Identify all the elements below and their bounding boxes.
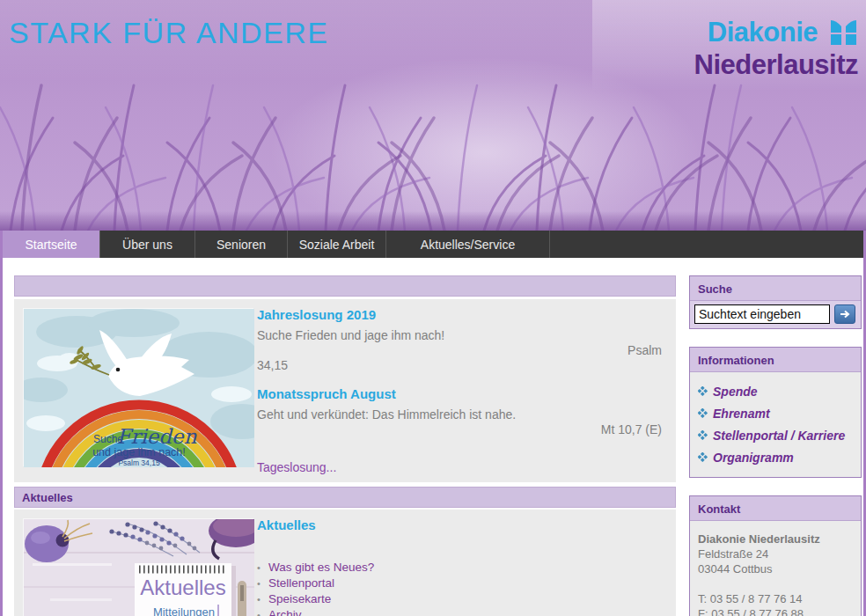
link-archiv[interactable]: Archiv bbox=[268, 607, 302, 616]
link-speisekarte[interactable]: Speisekarte bbox=[268, 591, 331, 606]
monatsspruch-ref: Mt 10,7 (E) bbox=[257, 422, 662, 437]
sidebar-link-label: Organigramm bbox=[713, 451, 794, 465]
main-column: Suche Frieden und jage ihm nach! Psalm 3… bbox=[14, 275, 676, 616]
site-tagline: STARK FÜR ANDERE bbox=[9, 16, 328, 50]
diamond-icon bbox=[698, 452, 713, 462]
aktuelles-section-title: Aktuelles bbox=[15, 491, 73, 504]
informationen-header: Informationen bbox=[690, 348, 861, 372]
main-navigation: Startseite Über uns Senioren Soziale Arb… bbox=[3, 231, 863, 258]
aktuelles-notepad-illustration: Aktuelles Mitteilungen Stellenportal bbox=[24, 519, 254, 616]
kontakt-street: Feldstraße 24 bbox=[698, 546, 853, 561]
nav-item-senioren[interactable]: Senioren bbox=[194, 231, 287, 258]
sidebar-item-organigramm[interactable]: Organigramm bbox=[698, 446, 853, 468]
brand-logo[interactable]: Diakonie Niederlausitz bbox=[694, 18, 858, 78]
monatsspruch-heading: Monatsspruch August bbox=[257, 387, 662, 401]
kontakt-body: Diakonie Niederlausitz Feldstraße 24 030… bbox=[690, 521, 861, 616]
diamond-icon bbox=[698, 408, 713, 418]
sidebar-link-label: Spende bbox=[713, 385, 758, 399]
nav-item-startseite[interactable]: Startseite bbox=[3, 231, 99, 258]
nav-item-ueber-uns[interactable]: Über uns bbox=[99, 231, 194, 258]
kronenkreuz-icon bbox=[829, 18, 858, 47]
kontakt-spacer bbox=[698, 576, 853, 591]
list-item: • Was gibt es Neues? bbox=[257, 560, 662, 576]
sidebar-link-label: Stellenportal / Karriere bbox=[713, 429, 845, 443]
sidebar-item-stellenportal-karriere[interactable]: Stellenportal / Karriere bbox=[698, 424, 853, 446]
aktuelles-section-bar: Aktuelles bbox=[14, 487, 676, 508]
sidebar: Suche Informationen bbox=[689, 275, 862, 616]
page: STARK FÜR ANDERE Diakonie Niederlausitz … bbox=[0, 0, 866, 616]
jahreslosung-verse: Suche Frieden und jage ihm nach! bbox=[257, 328, 662, 343]
dove-rainbow-illustration: Suche Frieden und jage ihm nach! Psalm 3… bbox=[24, 309, 254, 467]
kontakt-phone: T: 03 55 / 8 77 76 14 bbox=[698, 591, 853, 606]
image-word-frieden: Frieden bbox=[116, 425, 196, 448]
image-line-psalm: Psalm 34,15 bbox=[118, 458, 160, 467]
link-stellenportal[interactable]: Stellenportal bbox=[268, 576, 334, 590]
monatsspruch-verse: Geht und verkündet: Das Himmelreich ist … bbox=[257, 407, 662, 422]
losung-section-bar bbox=[14, 275, 676, 297]
aktuelles-heading: Aktuelles bbox=[257, 518, 662, 532]
aktuelles-text-column: Aktuelles • Was gibt es Neues? • Stellen… bbox=[257, 518, 667, 616]
informationen-title: Informationen bbox=[698, 354, 774, 367]
bullet-icon: • bbox=[257, 608, 268, 616]
logo-text-diakonie: Diakonie bbox=[708, 18, 818, 46]
kontakt-city: 03044 Cottbus bbox=[698, 561, 853, 576]
nav-item-soziale-arbeit[interactable]: Soziale Arbeit bbox=[287, 231, 385, 258]
aktuelles-image: Aktuelles Mitteilungen Stellenportal bbox=[23, 518, 253, 616]
tageslosung-link[interactable]: Tageslosung... bbox=[257, 460, 662, 475]
search-box-header: Suche bbox=[690, 276, 861, 301]
nav-item-aktuelles-service[interactable]: Aktuelles/Service bbox=[385, 231, 550, 258]
jahreslosung-ref-line2: 34,15 bbox=[257, 358, 662, 373]
informationen-box: Informationen Spende bbox=[689, 347, 862, 478]
logo-text-niederlausitz: Niederlausitz bbox=[694, 51, 858, 78]
kontakt-fax: F: 03 55 / 8 77 76 88 bbox=[698, 606, 853, 616]
search-row bbox=[690, 301, 861, 328]
list-item: • Archiv bbox=[257, 607, 662, 616]
search-submit-button[interactable] bbox=[834, 304, 855, 324]
pen bbox=[238, 581, 246, 616]
kontakt-header: Kontakt bbox=[690, 496, 861, 521]
losung-text-column: Jahreslosung 2019 Suche Frieden und jage… bbox=[257, 308, 667, 475]
informationen-body: Spende Ehrenamt bbox=[690, 372, 861, 477]
notepad-title: Aktuelles bbox=[140, 576, 225, 599]
sidebar-item-spende[interactable]: Spende bbox=[698, 380, 853, 402]
kontakt-name: Diakonie Niederlausitz bbox=[698, 532, 853, 546]
search-box: Suche bbox=[689, 275, 862, 329]
notepad: Aktuelles Mitteilungen Stellenportal bbox=[135, 563, 236, 616]
losung-box: Suche Frieden und jage ihm nach! Psalm 3… bbox=[14, 299, 676, 482]
list-item: • Stellenportal bbox=[257, 576, 662, 591]
sidebar-link-label: Ehrenamt bbox=[713, 407, 770, 421]
bullet-icon: • bbox=[257, 576, 268, 591]
search-input[interactable] bbox=[694, 304, 830, 324]
list-item: • Speisekarte bbox=[257, 591, 662, 607]
diamond-icon bbox=[698, 430, 713, 440]
aktuelles-box: Aktuelles Mitteilungen Stellenportal Akt… bbox=[14, 510, 676, 616]
header-banner: STARK FÜR ANDERE Diakonie Niederlausitz bbox=[0, 0, 866, 231]
jahreslosung-image: Suche Frieden und jage ihm nach! Psalm 3… bbox=[23, 308, 253, 466]
kontakt-box: Kontakt Diakonie Niederlausitz Feldstraß… bbox=[689, 495, 862, 616]
diamond-icon bbox=[698, 386, 713, 396]
sidebar-item-ehrenamt[interactable]: Ehrenamt bbox=[698, 402, 853, 424]
aktuelles-link-list: • Was gibt es Neues? • Stellenportal • S… bbox=[257, 560, 662, 616]
arrow-right-icon bbox=[840, 310, 850, 319]
image-line-jage: und jage ihm nach! bbox=[92, 446, 186, 458]
kontakt-title: Kontakt bbox=[698, 502, 740, 516]
link-was-gibt-es-neues[interactable]: Was gibt es Neues? bbox=[268, 560, 374, 575]
search-title: Suche bbox=[698, 282, 732, 296]
bullet-icon: • bbox=[257, 592, 268, 607]
notepad-line1: Mitteilungen bbox=[153, 605, 215, 616]
jahreslosung-ref-line1: Psalm bbox=[257, 343, 662, 358]
jahreslosung-heading: Jahreslosung 2019 bbox=[257, 308, 662, 322]
bullet-icon: • bbox=[257, 561, 268, 576]
